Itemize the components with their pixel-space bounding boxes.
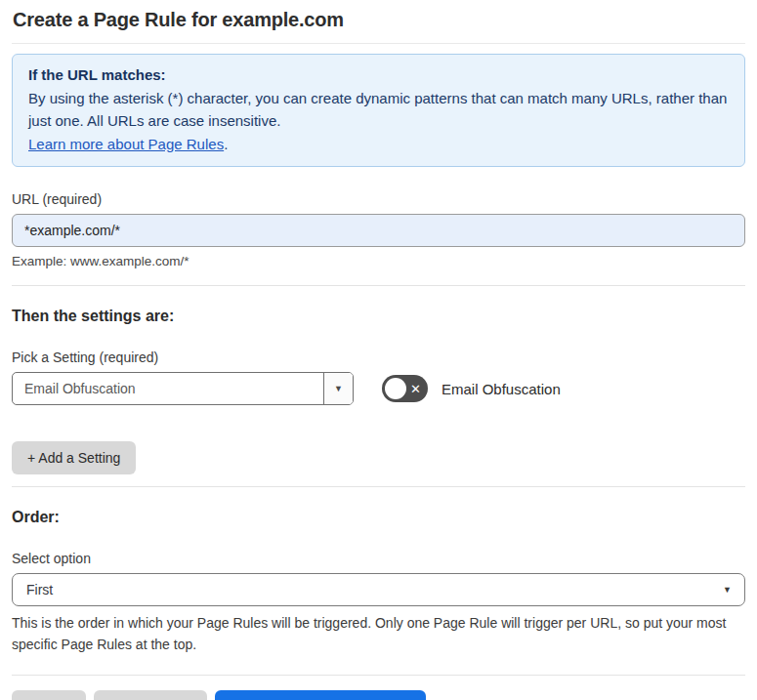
url-input[interactable] [12,214,745,247]
cancel-button[interactable]: Cancel [12,690,86,700]
setting-select-value: Email Obfuscation [13,373,323,404]
url-match-info-box: If the URL matches: By using the asteris… [12,54,745,167]
pick-setting-label: Pick a Setting (required) [12,350,745,365]
url-example-hint: Example: www.example.com/* [12,254,745,268]
save-and-deploy-button[interactable]: Save and Deploy Page Rule [215,690,426,700]
section-divider [12,285,745,286]
info-box-body: By using the asterisk (*) character, you… [28,87,729,133]
save-as-draft-button[interactable]: Save as Draft [94,690,208,700]
info-box-heading: If the URL matches: [28,63,729,87]
url-field-label: URL (required) [12,191,745,207]
add-setting-button[interactable]: + Add a Setting [12,441,136,474]
setting-select[interactable]: Email Obfuscation ▼ [12,372,354,405]
section-divider [12,486,745,487]
order-section-heading: Order: [12,509,745,526]
page-title: Create a Page Rule for example.com [12,0,745,44]
chevron-down-icon[interactable]: ▼ [323,373,353,404]
order-select-value: First [26,582,53,597]
link-suffix: . [224,136,228,152]
learn-more-link[interactable]: Learn more about Page Rules [28,136,224,152]
email-obfuscation-toggle[interactable]: ✕ [382,375,428,402]
info-box-link-line: Learn more about Page Rules. [28,133,729,156]
toggle-label: Email Obfuscation [442,381,561,397]
order-select[interactable]: First ▼ [12,573,745,606]
setting-row: Email Obfuscation ▼ ✕ Email Obfuscation [12,372,745,405]
footer-actions: Cancel Save as Draft Save and Deploy Pag… [12,676,745,700]
chevron-down-icon: ▼ [723,585,732,595]
create-page-rule-panel: Create a Page Rule for example.com If th… [0,0,757,700]
order-select-label: Select option [12,551,745,566]
settings-section-heading: Then the settings are: [12,308,745,325]
toggle-knob [385,378,406,399]
toggle-off-x-icon: ✕ [410,383,421,395]
order-help-text: This is the order in which your Page Rul… [12,612,745,655]
